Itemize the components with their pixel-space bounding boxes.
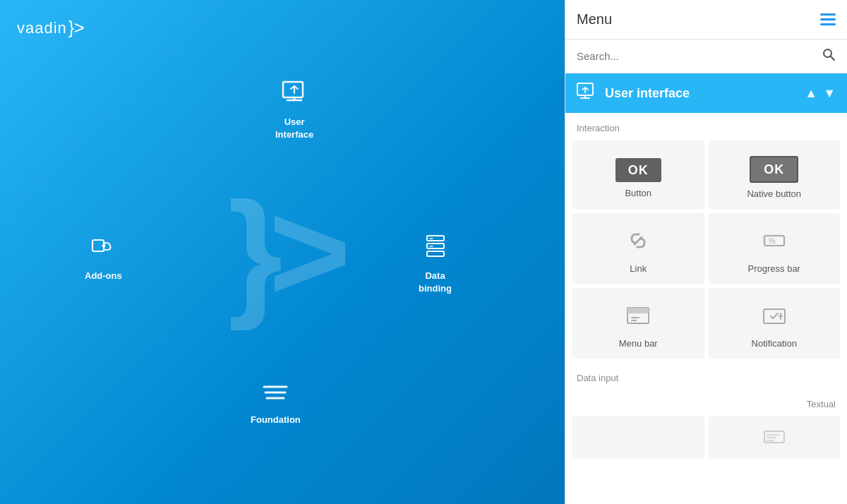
nav-foundation[interactable]: Foundation bbox=[251, 382, 301, 426]
svg-rect-24 bbox=[627, 308, 649, 313]
addons-icon bbox=[90, 233, 116, 265]
foundation-label: Foundation bbox=[251, 414, 301, 426]
search-bar bbox=[565, 40, 847, 73]
user-interface-section-icon bbox=[577, 83, 596, 104]
svg-line-15 bbox=[831, 56, 834, 60]
data-input-icon-2 bbox=[764, 431, 785, 449]
center-decorative-symbol: }> bbox=[228, 181, 337, 323]
foundation-icon bbox=[263, 382, 288, 409]
data-binding-label: Databinding bbox=[419, 270, 452, 295]
menu-title: Menu bbox=[577, 11, 612, 28]
logo-text: vaadin bbox=[17, 19, 67, 37]
svg-point-5 bbox=[102, 244, 106, 248]
data-input-item-2[interactable] bbox=[709, 416, 841, 459]
menu-bar-label: Menu bar bbox=[619, 338, 658, 349]
logo-bracket: }> bbox=[68, 17, 84, 39]
data-input-item-1[interactable] bbox=[572, 416, 704, 459]
data-binding-icon bbox=[423, 233, 448, 265]
nav-data-binding[interactable]: Databinding bbox=[419, 233, 452, 296]
svg-rect-8 bbox=[427, 251, 444, 256]
native-button-label: Native button bbox=[747, 188, 801, 199]
right-panel: Menu User interface bbox=[565, 0, 847, 504]
svg-rect-0 bbox=[283, 82, 303, 97]
svg-text:%: % bbox=[769, 236, 776, 245]
arrow-down-icon[interactable]: ▼ bbox=[823, 86, 836, 101]
button-icon: OK bbox=[615, 155, 661, 182]
interaction-grid: OK Button OK Native button bbox=[565, 139, 847, 360]
user-interface-icon bbox=[282, 79, 307, 112]
data-input-label: Data input bbox=[565, 363, 847, 389]
button-label: Button bbox=[625, 188, 651, 198]
interaction-label: Interaction bbox=[565, 113, 847, 139]
svg-line-20 bbox=[635, 237, 642, 244]
section-nav-arrows: ▲ ▼ bbox=[805, 86, 836, 101]
button-item[interactable]: OK Button bbox=[572, 140, 704, 209]
link-icon bbox=[625, 227, 651, 258]
progress-bar-label: Progress bar bbox=[748, 263, 800, 274]
menu-header: Menu bbox=[565, 0, 847, 40]
menu-bar-item[interactable]: Menu bar bbox=[572, 288, 704, 359]
nav-addons[interactable]: Add-ons bbox=[85, 233, 122, 282]
notification-icon bbox=[761, 302, 788, 332]
progress-bar-icon: % bbox=[761, 227, 788, 258]
menu-bar-icon bbox=[625, 302, 651, 332]
data-input-section: Data input Textual bbox=[565, 363, 847, 460]
data-input-grid bbox=[565, 415, 847, 460]
section-title: User interface bbox=[605, 86, 805, 101]
native-button-item[interactable]: OK Native button bbox=[709, 140, 841, 209]
notification-label: Notification bbox=[752, 338, 797, 349]
menu-content: Interaction OK Button OK Native button bbox=[565, 113, 847, 504]
link-item[interactable]: Link bbox=[572, 213, 704, 284]
search-input[interactable] bbox=[577, 50, 822, 62]
addons-label: Add-ons bbox=[85, 270, 122, 282]
link-label: Link bbox=[630, 263, 647, 274]
notification-item[interactable]: Notification bbox=[709, 288, 841, 359]
search-icon[interactable] bbox=[822, 47, 836, 65]
left-panel: vaadin }> }> UserInterface bbox=[0, 0, 565, 504]
hamburger-menu-icon[interactable] bbox=[820, 13, 836, 25]
native-button-icon: OK bbox=[750, 155, 798, 183]
arrow-up-icon[interactable]: ▲ bbox=[805, 86, 817, 101]
vaadin-logo[interactable]: vaadin }> bbox=[17, 17, 84, 39]
textual-label: Textual bbox=[565, 389, 847, 415]
user-interface-label: UserInterface bbox=[275, 116, 313, 141]
nav-user-interface[interactable]: UserInterface bbox=[275, 79, 313, 142]
progress-bar-item[interactable]: % Progress bar bbox=[709, 213, 841, 284]
section-header-user-interface[interactable]: User interface ▲ ▼ bbox=[565, 73, 847, 113]
